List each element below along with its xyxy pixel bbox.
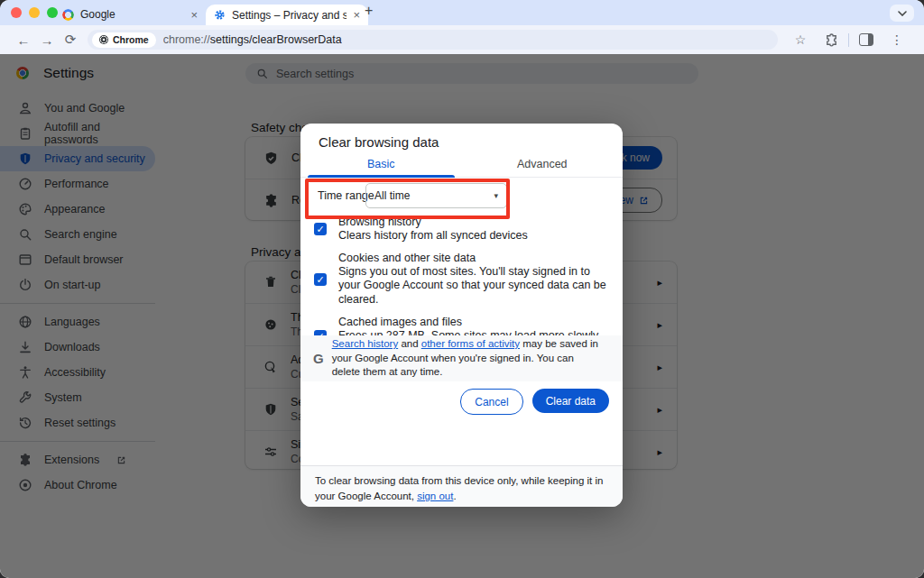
tab-advanced[interactable]: Advanced xyxy=(462,154,624,177)
google-g-icon: G xyxy=(313,351,324,366)
forward-button[interactable]: → xyxy=(35,32,59,48)
browser-toolbar: ← → ⟳ Chrome chrome://settings/clearBrow… xyxy=(0,25,924,54)
chrome-logo-icon xyxy=(99,35,108,44)
tab-title: Google xyxy=(80,8,184,21)
chip-label: Chrome xyxy=(113,34,149,45)
time-range-select[interactable]: All time ▾ xyxy=(365,183,507,208)
note-text: Search history and other forms of activi… xyxy=(332,337,603,380)
back-button[interactable]: ← xyxy=(12,32,35,48)
close-tab-icon[interactable]: × xyxy=(353,9,360,21)
chrome-url-chip: Chrome xyxy=(92,32,156,48)
macos-window-controls xyxy=(11,7,58,18)
chevron-down-icon xyxy=(898,11,907,16)
tab-title: Settings – Privacy and securi xyxy=(232,9,346,22)
minimize-window-button[interactable] xyxy=(29,7,40,18)
close-window-button[interactable] xyxy=(11,7,22,18)
checkbox-checked-icon[interactable]: ✓ xyxy=(314,273,327,286)
caret-down-icon: ▾ xyxy=(494,191,498,200)
browser-menu-kebab-icon[interactable]: ⋮ xyxy=(882,32,912,47)
clear-browsing-data-dialog: Clear browsing data Basic Advanced Time … xyxy=(300,124,623,507)
extensions-icon[interactable] xyxy=(816,33,846,47)
settings-gear-favicon-icon xyxy=(214,9,226,21)
dialog-actions: Cancel Clear data xyxy=(460,389,609,415)
option-title: Browsing history xyxy=(338,216,528,228)
checkbox-checked-icon[interactable]: ✓ xyxy=(314,223,327,235)
option-cookies: ✓ Cookies and other site data Signs you … xyxy=(314,252,610,307)
browser-window: Google × Settings – Privacy and securi ×… xyxy=(0,0,924,578)
toolbar-divider xyxy=(848,33,849,47)
note-mid: and xyxy=(398,338,421,349)
google-account-note: G Search history and other forms of acti… xyxy=(300,335,623,381)
option-title: Cached images and files xyxy=(338,316,610,328)
address-bar[interactable]: Chrome chrome://settings/clearBrowserDat… xyxy=(88,30,778,50)
footer-text: To clear browsing data from this device … xyxy=(315,475,603,501)
settings-page: Settings Search settings You and Google … xyxy=(0,54,924,578)
search-history-link[interactable]: Search history xyxy=(332,338,399,349)
dialog-tabs: Basic Advanced xyxy=(300,154,623,178)
url-text: chrome://settings/clearBrowserData xyxy=(163,33,342,46)
other-activity-link[interactable]: other forms of activity xyxy=(421,338,520,349)
time-range-value: All time xyxy=(374,189,410,202)
sign-out-link[interactable]: sign out xyxy=(417,491,453,501)
dialog-footer: To clear browsing data from this device … xyxy=(300,465,623,507)
side-panel-icon[interactable] xyxy=(851,33,882,46)
google-favicon-icon xyxy=(62,9,74,21)
option-title: Cookies and other site data xyxy=(338,252,610,264)
footer-text-end: . xyxy=(453,491,456,501)
option-description: Signs you out of most sites. You'll stay… xyxy=(338,265,610,307)
tab-settings[interactable]: Settings – Privacy and securi × xyxy=(206,5,368,25)
bookmark-star-icon[interactable]: ☆ xyxy=(785,32,816,47)
url-path: settings/clearBrowserData xyxy=(210,33,342,46)
tab-search-button[interactable] xyxy=(890,5,914,22)
url-scheme: chrome:// xyxy=(163,33,210,46)
tab-google[interactable]: Google × xyxy=(54,4,206,25)
new-tab-button[interactable]: + xyxy=(365,3,373,19)
option-browsing-history: ✓ Browsing history Clears history from a… xyxy=(314,216,610,243)
reload-button[interactable]: ⟳ xyxy=(59,32,82,48)
clear-data-button[interactable]: Clear data xyxy=(532,389,609,413)
cancel-button[interactable]: Cancel xyxy=(460,389,522,415)
close-tab-icon[interactable]: × xyxy=(190,9,198,21)
tab-basic[interactable]: Basic xyxy=(300,154,462,177)
option-description: Clears history from all synced devices xyxy=(338,229,528,243)
tab-strip: Google × Settings – Privacy and securi ×… xyxy=(0,0,924,25)
dialog-title: Clear browsing data xyxy=(319,134,439,150)
toolbar-actions: ☆ ⋮ xyxy=(785,32,912,47)
